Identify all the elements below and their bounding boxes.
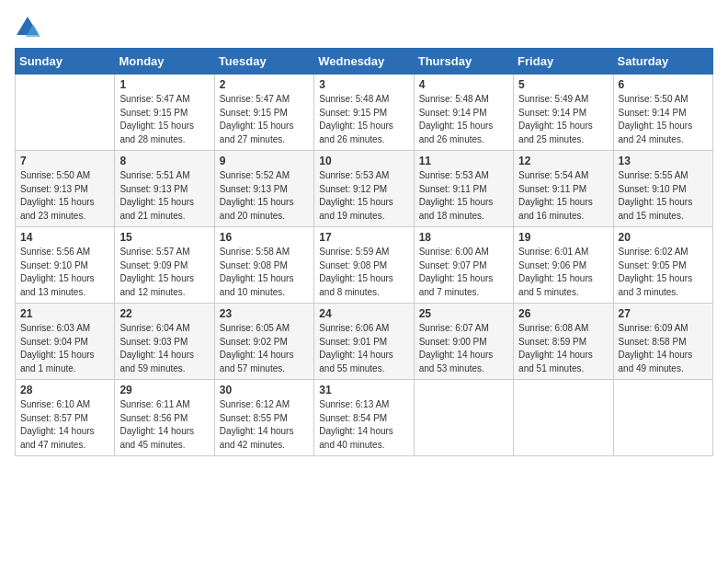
day-cell: 27Sunrise: 6:09 AM Sunset: 8:58 PM Dayli… xyxy=(613,304,712,380)
day-info: Sunrise: 5:59 AM Sunset: 9:08 PM Dayligh… xyxy=(319,246,408,299)
day-cell xyxy=(414,380,513,456)
day-info: Sunrise: 5:53 AM Sunset: 9:12 PM Dayligh… xyxy=(319,169,408,223)
day-cell: 22Sunrise: 6:04 AM Sunset: 9:03 PM Dayli… xyxy=(115,304,214,380)
day-number: 15 xyxy=(119,231,209,244)
day-info: Sunrise: 5:50 AM Sunset: 9:14 PM Dayligh… xyxy=(619,93,708,146)
day-info: Sunrise: 5:48 AM Sunset: 9:14 PM Dayligh… xyxy=(419,93,508,146)
day-number: 10 xyxy=(319,155,408,167)
day-number: 12 xyxy=(518,155,608,167)
day-number: 9 xyxy=(220,155,309,167)
day-number: 22 xyxy=(119,307,209,320)
day-number: 24 xyxy=(319,307,408,320)
day-info: Sunrise: 5:55 AM Sunset: 9:10 PM Dayligh… xyxy=(619,169,708,223)
day-info: Sunrise: 6:11 AM Sunset: 8:56 PM Dayligh… xyxy=(119,398,209,452)
day-number: 2 xyxy=(220,78,309,91)
day-number: 23 xyxy=(220,307,309,320)
day-number: 19 xyxy=(518,231,608,244)
day-cell xyxy=(514,380,613,456)
weekday-header-thursday: Thursday xyxy=(414,49,513,75)
logo xyxy=(15,15,44,40)
weekday-header-row: SundayMondayTuesdayWednesdayThursdayFrid… xyxy=(16,49,713,75)
day-number: 3 xyxy=(319,78,408,91)
day-cell: 3Sunrise: 5:48 AM Sunset: 9:15 PM Daylig… xyxy=(314,75,414,151)
day-cell: 14Sunrise: 5:56 AM Sunset: 9:10 PM Dayli… xyxy=(16,227,115,304)
day-cell: 26Sunrise: 6:08 AM Sunset: 8:59 PM Dayli… xyxy=(514,304,613,380)
day-info: Sunrise: 5:56 AM Sunset: 9:10 PM Dayligh… xyxy=(20,246,109,299)
day-cell xyxy=(613,380,712,456)
day-number: 7 xyxy=(20,155,109,167)
day-info: Sunrise: 6:12 AM Sunset: 8:55 PM Dayligh… xyxy=(220,398,309,452)
day-info: Sunrise: 5:51 AM Sunset: 9:13 PM Dayligh… xyxy=(119,169,209,223)
weekday-header-monday: Monday xyxy=(115,49,214,75)
day-cell: 17Sunrise: 5:59 AM Sunset: 9:08 PM Dayli… xyxy=(314,227,414,304)
day-cell: 16Sunrise: 5:58 AM Sunset: 9:08 PM Dayli… xyxy=(214,227,313,304)
day-info: Sunrise: 6:03 AM Sunset: 9:04 PM Dayligh… xyxy=(20,322,109,375)
week-row-5: 28Sunrise: 6:10 AM Sunset: 8:57 PM Dayli… xyxy=(16,380,713,456)
day-cell: 7Sunrise: 5:50 AM Sunset: 9:13 PM Daylig… xyxy=(16,151,115,227)
weekday-header-sunday: Sunday xyxy=(16,49,115,75)
day-info: Sunrise: 6:06 AM Sunset: 9:01 PM Dayligh… xyxy=(319,322,408,375)
day-cell: 6Sunrise: 5:50 AM Sunset: 9:14 PM Daylig… xyxy=(613,75,712,151)
day-cell: 4Sunrise: 5:48 AM Sunset: 9:14 PM Daylig… xyxy=(414,75,513,151)
day-number: 25 xyxy=(419,307,508,320)
day-number: 31 xyxy=(319,384,408,396)
day-cell xyxy=(16,75,115,151)
day-cell: 5Sunrise: 5:49 AM Sunset: 9:14 PM Daylig… xyxy=(514,75,613,151)
weekday-header-tuesday: Tuesday xyxy=(214,49,313,75)
day-number: 20 xyxy=(619,231,708,244)
day-number: 5 xyxy=(518,78,608,91)
day-cell: 24Sunrise: 6:06 AM Sunset: 9:01 PM Dayli… xyxy=(314,304,414,380)
day-info: Sunrise: 6:09 AM Sunset: 8:58 PM Dayligh… xyxy=(619,322,708,375)
day-info: Sunrise: 5:47 AM Sunset: 9:15 PM Dayligh… xyxy=(220,93,309,146)
day-info: Sunrise: 5:50 AM Sunset: 9:13 PM Dayligh… xyxy=(20,169,109,223)
day-cell: 12Sunrise: 5:54 AM Sunset: 9:11 PM Dayli… xyxy=(514,151,613,227)
weekday-header-saturday: Saturday xyxy=(613,49,712,75)
day-cell: 18Sunrise: 6:00 AM Sunset: 9:07 PM Dayli… xyxy=(414,227,513,304)
day-info: Sunrise: 6:00 AM Sunset: 9:07 PM Dayligh… xyxy=(419,246,508,299)
day-info: Sunrise: 6:08 AM Sunset: 8:59 PM Dayligh… xyxy=(518,322,608,375)
day-number: 8 xyxy=(119,155,209,167)
day-cell: 9Sunrise: 5:52 AM Sunset: 9:13 PM Daylig… xyxy=(214,151,313,227)
day-cell: 20Sunrise: 6:02 AM Sunset: 9:05 PM Dayli… xyxy=(613,227,712,304)
day-cell: 25Sunrise: 6:07 AM Sunset: 9:00 PM Dayli… xyxy=(414,304,513,380)
day-cell: 15Sunrise: 5:57 AM Sunset: 9:09 PM Dayli… xyxy=(115,227,214,304)
day-number: 11 xyxy=(419,155,508,167)
day-info: Sunrise: 6:04 AM Sunset: 9:03 PM Dayligh… xyxy=(119,322,209,375)
day-info: Sunrise: 6:10 AM Sunset: 8:57 PM Dayligh… xyxy=(20,398,109,452)
day-number: 21 xyxy=(20,307,109,320)
day-cell: 29Sunrise: 6:11 AM Sunset: 8:56 PM Dayli… xyxy=(115,380,214,456)
day-info: Sunrise: 5:58 AM Sunset: 9:08 PM Dayligh… xyxy=(220,246,309,299)
day-cell: 31Sunrise: 6:13 AM Sunset: 8:54 PM Dayli… xyxy=(314,380,414,456)
week-row-3: 14Sunrise: 5:56 AM Sunset: 9:10 PM Dayli… xyxy=(16,227,713,304)
weekday-header-wednesday: Wednesday xyxy=(314,49,414,75)
day-number: 28 xyxy=(20,384,109,396)
day-cell: 21Sunrise: 6:03 AM Sunset: 9:04 PM Dayli… xyxy=(16,304,115,380)
day-info: Sunrise: 5:54 AM Sunset: 9:11 PM Dayligh… xyxy=(518,169,608,223)
day-info: Sunrise: 6:01 AM Sunset: 9:06 PM Dayligh… xyxy=(518,246,608,299)
day-info: Sunrise: 6:02 AM Sunset: 9:05 PM Dayligh… xyxy=(619,246,708,299)
day-cell: 11Sunrise: 5:53 AM Sunset: 9:11 PM Dayli… xyxy=(414,151,513,227)
day-number: 17 xyxy=(319,231,408,244)
day-number: 6 xyxy=(619,78,708,91)
day-cell: 10Sunrise: 5:53 AM Sunset: 9:12 PM Dayli… xyxy=(314,151,414,227)
day-number: 18 xyxy=(419,231,508,244)
day-info: Sunrise: 6:07 AM Sunset: 9:00 PM Dayligh… xyxy=(419,322,508,375)
day-cell: 1Sunrise: 5:47 AM Sunset: 9:15 PM Daylig… xyxy=(115,75,214,151)
week-row-4: 21Sunrise: 6:03 AM Sunset: 9:04 PM Dayli… xyxy=(16,304,713,380)
weekday-header-friday: Friday xyxy=(514,49,613,75)
day-info: Sunrise: 5:52 AM Sunset: 9:13 PM Dayligh… xyxy=(220,169,309,223)
day-number: 1 xyxy=(119,78,209,91)
day-info: Sunrise: 5:57 AM Sunset: 9:09 PM Dayligh… xyxy=(119,246,209,299)
day-cell: 2Sunrise: 5:47 AM Sunset: 9:15 PM Daylig… xyxy=(214,75,313,151)
day-number: 30 xyxy=(220,384,309,396)
day-number: 13 xyxy=(619,155,708,167)
day-cell: 28Sunrise: 6:10 AM Sunset: 8:57 PM Dayli… xyxy=(16,380,115,456)
day-info: Sunrise: 5:48 AM Sunset: 9:15 PM Dayligh… xyxy=(319,93,408,146)
day-number: 27 xyxy=(619,307,708,320)
day-number: 14 xyxy=(20,231,109,244)
day-number: 16 xyxy=(220,231,309,244)
day-info: Sunrise: 6:13 AM Sunset: 8:54 PM Dayligh… xyxy=(319,398,408,452)
day-number: 29 xyxy=(119,384,209,396)
day-cell: 19Sunrise: 6:01 AM Sunset: 9:06 PM Dayli… xyxy=(514,227,613,304)
day-number: 4 xyxy=(419,78,508,91)
